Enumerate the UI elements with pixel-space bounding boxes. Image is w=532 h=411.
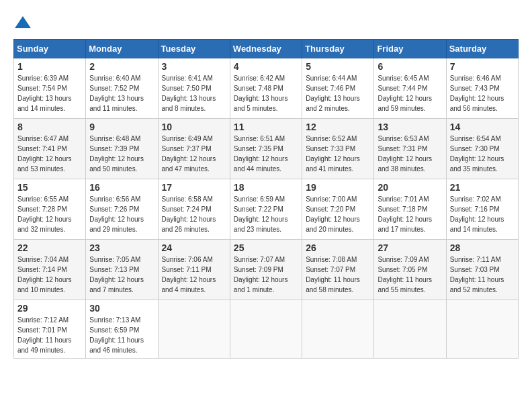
day-number: 11: [234, 122, 298, 132]
day-number: 28: [450, 242, 515, 253]
day-info: Sunrise: 6:52 AM Sunset: 7:33 PM Dayligh…: [306, 134, 370, 174]
day-info: Sunrise: 7:11 AM Sunset: 7:03 PM Dayligh…: [450, 255, 515, 295]
logo: [13, 13, 35, 32]
day-info: Sunrise: 6:54 AM Sunset: 7:30 PM Dayligh…: [450, 134, 515, 174]
day-info: Sunrise: 6:44 AM Sunset: 7:46 PM Dayligh…: [306, 73, 370, 113]
day-info: Sunrise: 7:04 AM Sunset: 7:14 PM Dayligh…: [17, 255, 82, 295]
day-info: Sunrise: 6:41 AM Sunset: 7:50 PM Dayligh…: [162, 73, 226, 113]
calendar-week-row: 29 Sunrise: 7:12 AM Sunset: 7:01 PM Dayl…: [14, 300, 519, 359]
calendar-cell: 7 Sunrise: 6:46 AM Sunset: 7:43 PM Dayli…: [446, 58, 518, 119]
calendar-cell: 4 Sunrise: 6:42 AM Sunset: 7:48 PM Dayli…: [230, 58, 302, 119]
day-info: Sunrise: 6:42 AM Sunset: 7:48 PM Dayligh…: [234, 73, 298, 113]
day-number: 23: [89, 242, 154, 253]
day-header-tuesday: Tuesday: [158, 40, 230, 58]
day-number: 18: [234, 182, 298, 193]
header: [13, 13, 519, 32]
svg-rect-2: [20, 23, 26, 28]
calendar-cell: 13 Sunrise: 6:53 AM Sunset: 7:31 PM Dayl…: [374, 119, 446, 179]
calendar-header-row: SundayMondayTuesdayWednesdayThursdayFrid…: [14, 40, 519, 58]
day-info: Sunrise: 7:13 AM Sunset: 6:59 PM Dayligh…: [89, 315, 154, 355]
calendar-week-row: 8 Sunrise: 6:47 AM Sunset: 7:41 PM Dayli…: [14, 119, 519, 179]
day-info: Sunrise: 6:58 AM Sunset: 7:24 PM Dayligh…: [162, 194, 226, 234]
day-number: 17: [162, 182, 226, 193]
calendar-cell: 30 Sunrise: 7:13 AM Sunset: 6:59 PM Dayl…: [86, 300, 158, 359]
calendar-cell: 5 Sunrise: 6:44 AM Sunset: 7:46 PM Dayli…: [302, 58, 374, 119]
calendar-cell: [374, 300, 446, 359]
day-info: Sunrise: 6:47 AM Sunset: 7:41 PM Dayligh…: [17, 134, 82, 174]
calendar-cell: 23 Sunrise: 7:05 AM Sunset: 7:13 PM Dayl…: [86, 240, 158, 300]
calendar-table: SundayMondayTuesdayWednesdayThursdayFrid…: [13, 39, 519, 359]
day-info: Sunrise: 7:12 AM Sunset: 7:01 PM Dayligh…: [17, 315, 82, 355]
calendar-cell: 17 Sunrise: 6:58 AM Sunset: 7:24 PM Dayl…: [158, 179, 230, 240]
calendar-cell: 19 Sunrise: 7:00 AM Sunset: 7:20 PM Dayl…: [302, 179, 374, 240]
day-number: 5: [306, 61, 370, 72]
calendar-cell: 8 Sunrise: 6:47 AM Sunset: 7:41 PM Dayli…: [14, 119, 86, 179]
calendar-cell: 22 Sunrise: 7:04 AM Sunset: 7:14 PM Dayl…: [14, 240, 86, 300]
day-number: 7: [450, 61, 515, 72]
day-info: Sunrise: 7:00 AM Sunset: 7:20 PM Dayligh…: [306, 194, 370, 234]
day-number: 2: [89, 61, 154, 72]
calendar-cell: 6 Sunrise: 6:45 AM Sunset: 7:44 PM Dayli…: [374, 58, 446, 119]
day-number: 15: [17, 182, 82, 193]
day-number: 14: [450, 122, 515, 132]
calendar-cell: 12 Sunrise: 6:52 AM Sunset: 7:33 PM Dayl…: [302, 119, 374, 179]
day-number: 10: [162, 122, 226, 132]
day-info: Sunrise: 7:02 AM Sunset: 7:16 PM Dayligh…: [450, 194, 515, 234]
calendar-cell: 18 Sunrise: 6:59 AM Sunset: 7:22 PM Dayl…: [230, 179, 302, 240]
day-header-sunday: Sunday: [14, 40, 86, 58]
day-number: 29: [17, 303, 82, 314]
day-info: Sunrise: 6:48 AM Sunset: 7:39 PM Dayligh…: [89, 134, 154, 174]
calendar-cell: [158, 300, 230, 359]
day-number: 20: [378, 182, 442, 193]
day-info: Sunrise: 7:05 AM Sunset: 7:13 PM Dayligh…: [89, 255, 154, 295]
calendar-cell: 20 Sunrise: 7:01 AM Sunset: 7:18 PM Dayl…: [374, 179, 446, 240]
calendar-cell: 26 Sunrise: 7:08 AM Sunset: 7:07 PM Dayl…: [302, 240, 374, 300]
day-header-saturday: Saturday: [446, 40, 518, 58]
day-info: Sunrise: 6:46 AM Sunset: 7:43 PM Dayligh…: [450, 73, 515, 113]
day-header-monday: Monday: [86, 40, 158, 58]
day-number: 26: [306, 242, 370, 253]
calendar-cell: 1 Sunrise: 6:39 AM Sunset: 7:54 PM Dayli…: [14, 58, 86, 119]
day-info: Sunrise: 7:09 AM Sunset: 7:05 PM Dayligh…: [378, 255, 442, 295]
calendar-cell: 29 Sunrise: 7:12 AM Sunset: 7:01 PM Dayl…: [14, 300, 86, 359]
calendar-cell: 16 Sunrise: 6:56 AM Sunset: 7:26 PM Dayl…: [86, 179, 158, 240]
day-info: Sunrise: 7:06 AM Sunset: 7:11 PM Dayligh…: [162, 255, 226, 295]
day-info: Sunrise: 6:56 AM Sunset: 7:26 PM Dayligh…: [89, 194, 154, 234]
day-header-wednesday: Wednesday: [230, 40, 302, 58]
calendar-cell: 10 Sunrise: 6:49 AM Sunset: 7:37 PM Dayl…: [158, 119, 230, 179]
calendar-cell: 11 Sunrise: 6:51 AM Sunset: 7:35 PM Dayl…: [230, 119, 302, 179]
day-number: 1: [17, 61, 82, 72]
calendar-week-row: 15 Sunrise: 6:55 AM Sunset: 7:28 PM Dayl…: [14, 179, 519, 240]
day-number: 12: [306, 122, 370, 132]
day-info: Sunrise: 6:45 AM Sunset: 7:44 PM Dayligh…: [378, 73, 442, 113]
day-header-thursday: Thursday: [302, 40, 374, 58]
calendar-cell: 21 Sunrise: 7:02 AM Sunset: 7:16 PM Dayl…: [446, 179, 518, 240]
day-info: Sunrise: 7:07 AM Sunset: 7:09 PM Dayligh…: [234, 255, 298, 295]
calendar-cell: 3 Sunrise: 6:41 AM Sunset: 7:50 PM Dayli…: [158, 58, 230, 119]
day-info: Sunrise: 7:01 AM Sunset: 7:18 PM Dayligh…: [378, 194, 442, 234]
day-number: 27: [378, 242, 442, 253]
calendar-week-row: 1 Sunrise: 6:39 AM Sunset: 7:54 PM Dayli…: [14, 58, 519, 119]
calendar-cell: 25 Sunrise: 7:07 AM Sunset: 7:09 PM Dayl…: [230, 240, 302, 300]
calendar-week-row: 22 Sunrise: 7:04 AM Sunset: 7:14 PM Dayl…: [14, 240, 519, 300]
day-number: 19: [306, 182, 370, 193]
day-number: 24: [162, 242, 226, 253]
day-number: 4: [234, 61, 298, 72]
calendar-cell: 2 Sunrise: 6:40 AM Sunset: 7:52 PM Dayli…: [86, 58, 158, 119]
day-info: Sunrise: 6:53 AM Sunset: 7:31 PM Dayligh…: [378, 134, 442, 174]
day-number: 6: [378, 61, 442, 72]
day-number: 3: [162, 61, 226, 72]
day-number: 8: [17, 122, 82, 132]
day-number: 13: [378, 122, 442, 132]
day-number: 21: [450, 182, 515, 193]
day-info: Sunrise: 6:51 AM Sunset: 7:35 PM Dayligh…: [234, 134, 298, 174]
calendar-cell: 27 Sunrise: 7:09 AM Sunset: 7:05 PM Dayl…: [374, 240, 446, 300]
day-number: 25: [234, 242, 298, 253]
logo-icon: [13, 13, 32, 32]
calendar-cell: 9 Sunrise: 6:48 AM Sunset: 7:39 PM Dayli…: [86, 119, 158, 179]
day-info: Sunrise: 6:39 AM Sunset: 7:54 PM Dayligh…: [17, 73, 82, 113]
calendar-body: 1 Sunrise: 6:39 AM Sunset: 7:54 PM Dayli…: [14, 58, 519, 359]
day-number: 16: [89, 182, 154, 193]
day-info: Sunrise: 6:40 AM Sunset: 7:52 PM Dayligh…: [89, 73, 154, 113]
day-info: Sunrise: 6:49 AM Sunset: 7:37 PM Dayligh…: [162, 134, 226, 174]
